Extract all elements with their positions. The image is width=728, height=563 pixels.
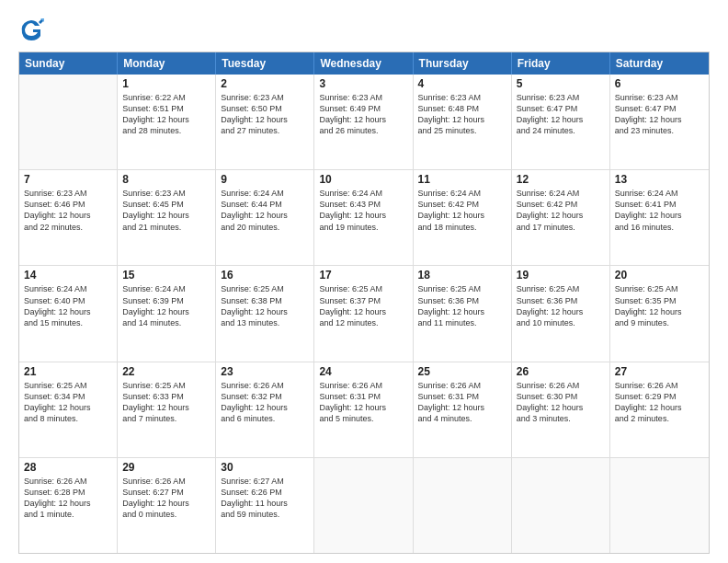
cell-info-line: and 8 minutes. bbox=[24, 413, 112, 424]
day-number: 11 bbox=[418, 173, 506, 186]
cell-info-line: Sunrise: 6:24 AM bbox=[24, 283, 112, 294]
cell-info-line: Sunrise: 6:22 AM bbox=[122, 92, 210, 103]
cell-info-line: Sunset: 6:35 PM bbox=[615, 295, 704, 306]
cell-info-line: Sunrise: 6:23 AM bbox=[517, 92, 605, 103]
cell-info-line: Sunset: 6:46 PM bbox=[24, 199, 112, 210]
day-cell-6: 6Sunrise: 6:23 AMSunset: 6:47 PMDaylight… bbox=[610, 75, 709, 169]
cell-info-line: Daylight: 12 hours bbox=[615, 402, 704, 413]
cell-info-line: Sunrise: 6:23 AM bbox=[221, 92, 309, 103]
cell-info-line: Sunrise: 6:23 AM bbox=[319, 92, 407, 103]
day-number: 7 bbox=[24, 173, 112, 186]
cell-info-line: and 26 minutes. bbox=[319, 125, 407, 136]
cell-info-line: Sunset: 6:36 PM bbox=[418, 295, 506, 306]
day-number: 29 bbox=[122, 461, 210, 474]
cell-info-line: Sunrise: 6:26 AM bbox=[517, 380, 605, 391]
day-cell-30: 30Sunrise: 6:27 AMSunset: 6:26 PMDayligh… bbox=[216, 458, 314, 553]
calendar-row-2: 14Sunrise: 6:24 AMSunset: 6:40 PMDayligh… bbox=[19, 265, 709, 361]
cell-info-line: Sunset: 6:30 PM bbox=[517, 391, 605, 402]
cell-info-line: and 14 minutes. bbox=[122, 317, 210, 328]
cell-info-line: Daylight: 12 hours bbox=[418, 114, 506, 125]
cell-info-line: Sunrise: 6:24 AM bbox=[319, 188, 407, 199]
cell-info-line: Sunrise: 6:27 AM bbox=[221, 476, 309, 487]
cell-info-line: Sunset: 6:47 PM bbox=[517, 103, 605, 114]
day-number: 10 bbox=[319, 173, 407, 186]
day-number: 26 bbox=[517, 365, 605, 378]
cell-info-line: Daylight: 12 hours bbox=[615, 306, 704, 317]
empty-cell-4-5 bbox=[512, 458, 610, 553]
cell-info-line: Daylight: 11 hours bbox=[221, 498, 309, 509]
header-day-sunday: Sunday bbox=[19, 52, 118, 75]
header-day-tuesday: Tuesday bbox=[216, 52, 314, 75]
cell-info-line: and 3 minutes. bbox=[517, 413, 605, 424]
day-cell-25: 25Sunrise: 6:26 AMSunset: 6:31 PMDayligh… bbox=[414, 362, 512, 457]
day-cell-22: 22Sunrise: 6:25 AMSunset: 6:33 PMDayligh… bbox=[118, 362, 216, 457]
day-number: 18 bbox=[418, 269, 506, 282]
day-number: 12 bbox=[517, 173, 605, 186]
cell-info-line: Sunrise: 6:24 AM bbox=[615, 188, 704, 199]
cell-info-line: and 15 minutes. bbox=[24, 317, 112, 328]
day-cell-2: 2Sunrise: 6:23 AMSunset: 6:50 PMDaylight… bbox=[216, 75, 314, 169]
day-cell-15: 15Sunrise: 6:24 AMSunset: 6:39 PMDayligh… bbox=[118, 266, 216, 361]
calendar-row-0: 1Sunrise: 6:22 AMSunset: 6:51 PMDaylight… bbox=[19, 75, 709, 169]
cell-info-line: and 17 minutes. bbox=[517, 222, 605, 233]
cell-info-line: Sunset: 6:29 PM bbox=[615, 391, 704, 402]
cell-info-line: Sunset: 6:32 PM bbox=[221, 391, 309, 402]
cell-info-line: and 21 minutes. bbox=[122, 222, 210, 233]
day-cell-19: 19Sunrise: 6:25 AMSunset: 6:36 PMDayligh… bbox=[512, 266, 610, 361]
cell-info-line: Daylight: 12 hours bbox=[122, 306, 210, 317]
cell-info-line: and 9 minutes. bbox=[615, 317, 704, 328]
day-number: 14 bbox=[24, 269, 112, 282]
cell-info-line: Daylight: 12 hours bbox=[517, 114, 605, 125]
cell-info-line: and 10 minutes. bbox=[517, 317, 605, 328]
empty-cell-4-3 bbox=[314, 458, 413, 553]
cell-info-line: Daylight: 12 hours bbox=[418, 402, 506, 413]
cell-info-line: Sunset: 6:50 PM bbox=[221, 103, 309, 114]
cell-info-line: Sunrise: 6:24 AM bbox=[221, 188, 309, 199]
day-number: 22 bbox=[122, 365, 210, 378]
cell-info-line: Sunset: 6:49 PM bbox=[319, 103, 407, 114]
calendar-row-3: 21Sunrise: 6:25 AMSunset: 6:34 PMDayligh… bbox=[19, 362, 709, 457]
cell-info-line: Daylight: 12 hours bbox=[517, 306, 605, 317]
cell-info-line: Sunset: 6:47 PM bbox=[615, 103, 704, 114]
day-number: 6 bbox=[615, 77, 704, 90]
cell-info-line: Daylight: 12 hours bbox=[24, 306, 112, 317]
day-cell-27: 27Sunrise: 6:26 AMSunset: 6:29 PMDayligh… bbox=[610, 362, 709, 457]
cell-info-line: Sunset: 6:36 PM bbox=[517, 295, 605, 306]
day-number: 13 bbox=[615, 173, 704, 186]
cell-info-line: Sunset: 6:45 PM bbox=[122, 199, 210, 210]
day-number: 9 bbox=[221, 173, 309, 186]
cell-info-line: Daylight: 12 hours bbox=[221, 210, 309, 221]
cell-info-line: Sunset: 6:37 PM bbox=[319, 295, 407, 306]
day-number: 16 bbox=[221, 269, 309, 282]
cell-info-line: Sunset: 6:31 PM bbox=[418, 391, 506, 402]
day-cell-26: 26Sunrise: 6:26 AMSunset: 6:30 PMDayligh… bbox=[512, 362, 610, 457]
calendar-row-1: 7Sunrise: 6:23 AMSunset: 6:46 PMDaylight… bbox=[19, 169, 709, 265]
cell-info-line: and 28 minutes. bbox=[122, 125, 210, 136]
cell-info-line: Sunset: 6:27 PM bbox=[122, 487, 210, 498]
day-cell-20: 20Sunrise: 6:25 AMSunset: 6:35 PMDayligh… bbox=[610, 266, 709, 361]
calendar: SundayMondayTuesdayWednesdayThursdayFrid… bbox=[18, 52, 710, 554]
day-number: 25 bbox=[418, 365, 506, 378]
cell-info-line: Sunset: 6:42 PM bbox=[418, 199, 506, 210]
day-number: 5 bbox=[517, 77, 605, 90]
day-number: 24 bbox=[319, 365, 407, 378]
cell-info-line: Sunset: 6:40 PM bbox=[24, 295, 112, 306]
cell-info-line: and 23 minutes. bbox=[615, 125, 704, 136]
cell-info-line: Sunrise: 6:25 AM bbox=[221, 283, 309, 294]
cell-info-line: Daylight: 12 hours bbox=[418, 306, 506, 317]
day-number: 8 bbox=[122, 173, 210, 186]
day-cell-5: 5Sunrise: 6:23 AMSunset: 6:47 PMDaylight… bbox=[512, 75, 610, 169]
cell-info-line: and 20 minutes. bbox=[221, 222, 309, 233]
calendar-body: 1Sunrise: 6:22 AMSunset: 6:51 PMDaylight… bbox=[19, 75, 709, 553]
cell-info-line: and 22 minutes. bbox=[24, 222, 112, 233]
day-cell-10: 10Sunrise: 6:24 AMSunset: 6:43 PMDayligh… bbox=[314, 170, 413, 265]
cell-info-line: Daylight: 12 hours bbox=[615, 210, 704, 221]
cell-info-line: Sunset: 6:39 PM bbox=[122, 295, 210, 306]
cell-info-line: Sunrise: 6:24 AM bbox=[418, 188, 506, 199]
day-number: 1 bbox=[122, 77, 210, 90]
logo-icon bbox=[18, 17, 44, 42]
cell-info-line: and 0 minutes. bbox=[122, 509, 210, 520]
cell-info-line: Sunset: 6:48 PM bbox=[418, 103, 506, 114]
cell-info-line: Sunrise: 6:26 AM bbox=[221, 380, 309, 391]
header-day-monday: Monday bbox=[118, 52, 216, 75]
